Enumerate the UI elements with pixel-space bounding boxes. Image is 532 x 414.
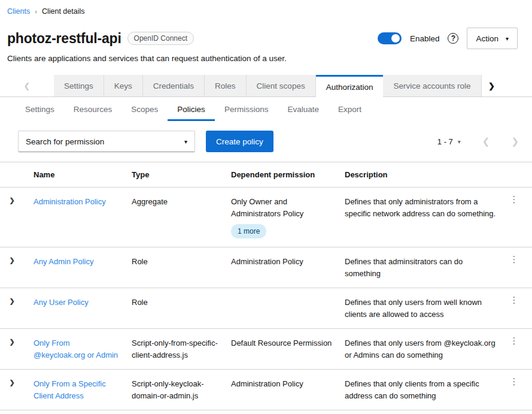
page-header: photoz-restful-api OpenID Connect Enable… — [0, 22, 532, 70]
caret-down-icon: ▾ — [458, 138, 461, 145]
policy-name-link[interactable]: Only From a Specific Client Address — [34, 379, 106, 400]
table-row: ❯ Only From @keycloak.org or Admin Scrip… — [0, 329, 532, 370]
row-expand-chevron-icon[interactable]: ❯ — [9, 297, 14, 306]
expand-column-header — [0, 162, 34, 187]
policy-name-link[interactable]: Any Admin Policy — [34, 257, 93, 266]
breadcrumb-current: Client details — [42, 7, 85, 16]
pagination-next-icon[interactable]: ❯ — [506, 134, 524, 149]
policy-type: Script-only-keycloak-domain-or-admin.js — [132, 370, 231, 410]
policy-type: Aggregate — [132, 188, 231, 247]
main-tab-bar: ❮ SettingsKeysCredentialsRolesClient sco… — [0, 75, 532, 97]
breadcrumb-clients-link[interactable]: Clients — [7, 7, 30, 16]
pagination-range-dropdown[interactable]: 1 - 7 ▾ — [437, 137, 461, 146]
client-details-page: Clients › Client details photoz-restful-… — [0, 0, 532, 414]
breadcrumb: Clients › Client details — [0, 0, 532, 22]
tab-roles[interactable]: Roles — [205, 75, 247, 96]
policy-dependent-permission: Only Owner and Administrators Policy1 mo… — [231, 188, 345, 247]
policy-description: Defines that only users from @keycloak.o… — [345, 329, 506, 369]
kebab-menu-icon[interactable]: ⋮ — [510, 377, 519, 386]
kebab-menu-icon[interactable]: ⋮ — [510, 336, 519, 345]
action-dropdown[interactable]: Action ▾ — [467, 28, 518, 49]
pagination-range-label: 1 - 7 — [437, 137, 453, 146]
table-row: ❯ Administration Policy Aggregate Only O… — [0, 188, 532, 247]
subtab-evaluate[interactable]: Evaluate — [278, 98, 329, 121]
row-expand-chevron-icon[interactable]: ❯ — [9, 337, 14, 346]
toggle-knob — [391, 34, 400, 43]
subtab-export[interactable]: Export — [329, 98, 371, 121]
policy-description: Defines that only the resource owner is … — [345, 410, 506, 414]
kebab-menu-icon[interactable]: ⋮ — [510, 295, 519, 304]
tab-credentials[interactable]: Credentials — [143, 75, 205, 96]
toolbar: Search for permission ▾ Create policy 1 … — [0, 121, 532, 162]
row-expand-chevron-icon[interactable]: ❯ — [9, 378, 14, 387]
tab-service-accounts-role[interactable]: Service accounts role — [383, 75, 481, 96]
policy-type: Script-only-owner.js — [132, 410, 231, 414]
column-header-type: Type — [132, 162, 231, 187]
policy-description: Defines that adminsitrators can do somet… — [345, 247, 506, 288]
kebab-menu-icon[interactable]: ⋮ — [510, 195, 519, 204]
tab-settings[interactable]: Settings — [54, 75, 104, 96]
subtab-scopes[interactable]: Scopes — [121, 98, 168, 121]
policy-dependent-permission: Only Owner and Administrators Policy — [231, 410, 345, 414]
column-header-description: Description — [345, 162, 506, 187]
pagination: 1 - 7 ▾ ❮ ❯ — [437, 134, 524, 149]
row-expand-chevron-icon[interactable]: ❯ — [9, 196, 14, 205]
table-row: ❯ Any Admin Policy Role Administration P… — [0, 247, 532, 288]
column-header-dependent-permission: Dependent permission — [231, 162, 345, 187]
subtab-permissions[interactable]: Permissions — [215, 98, 278, 121]
table-row: ❯ Only Owner Policy Script-only-owner.js… — [0, 410, 532, 414]
row-expand-chevron-icon[interactable]: ❯ — [9, 256, 14, 265]
search-permission-select[interactable]: Search for permission ▾ — [18, 131, 195, 152]
policy-dependent-permission: Default Resource Permission — [231, 329, 345, 369]
enabled-toggle-label: Enabled — [410, 34, 440, 43]
actions-column-header — [506, 162, 532, 187]
table-header-row: Name Type Dependent permission Descripti… — [0, 162, 532, 188]
page-title: photoz-restful-api — [7, 31, 121, 47]
more-badge[interactable]: 1 more — [231, 224, 266, 238]
policy-description: Defines that only administrators from a … — [345, 188, 506, 247]
table-row: ❯ Any User Policy Role Defines that only… — [0, 288, 532, 329]
help-icon[interactable]: ? — [448, 33, 458, 44]
action-dropdown-label: Action — [476, 34, 498, 43]
policy-dependent-permission: Administration Policy — [231, 370, 345, 410]
column-header-name: Name — [34, 162, 132, 187]
policy-dependent-permission — [231, 288, 345, 328]
create-policy-button[interactable]: Create policy — [206, 131, 273, 152]
policy-type: Script-only-from-specific-client-address… — [132, 329, 231, 369]
pagination-prev-icon[interactable]: ❮ — [478, 134, 495, 149]
subtab-resources[interactable]: Resources — [64, 98, 122, 121]
policy-description: Defines that only users from well known … — [345, 288, 506, 328]
breadcrumb-separator-icon: › — [35, 8, 37, 15]
sub-tab-bar: SettingsResourcesScopesPoliciesPermissio… — [0, 98, 532, 121]
table-row: ❯ Only From a Specific Client Address Sc… — [0, 370, 532, 410]
policy-name-link[interactable]: Only From @keycloak.org or Admin — [34, 339, 118, 359]
protocol-badge: OpenID Connect — [127, 32, 194, 45]
policy-dependent-permission: Administration Policy — [231, 247, 345, 288]
subtab-settings[interactable]: Settings — [16, 98, 64, 121]
policy-type: Role — [132, 288, 231, 328]
tab-scroll-right-icon[interactable]: ❯ — [482, 75, 502, 96]
tab-keys[interactable]: Keys — [104, 75, 143, 96]
header-controls: Enabled ? Action ▾ — [378, 28, 518, 49]
policies-table: Name Type Dependent permission Descripti… — [0, 162, 532, 414]
tab-client-scopes[interactable]: Client scopes — [247, 75, 316, 96]
tab-scroll-left-icon[interactable]: ❮ — [0, 75, 54, 96]
tab-authorization[interactable]: Authorization — [316, 75, 384, 97]
kebab-menu-icon[interactable]: ⋮ — [510, 255, 519, 264]
policy-name-link[interactable]: Administration Policy — [34, 197, 106, 206]
subtab-policies[interactable]: Policies — [168, 98, 215, 121]
policy-description: Defines that only clients from a specifi… — [345, 370, 506, 410]
policy-type: Role — [132, 247, 231, 288]
search-permission-label: Search for permission — [26, 137, 104, 146]
policy-name-link[interactable]: Any User Policy — [34, 298, 89, 307]
caret-down-icon: ▾ — [506, 35, 509, 42]
enabled-toggle[interactable] — [378, 32, 402, 44]
caret-down-icon: ▾ — [184, 138, 187, 145]
page-description: Clients are applications and services th… — [7, 54, 518, 63]
